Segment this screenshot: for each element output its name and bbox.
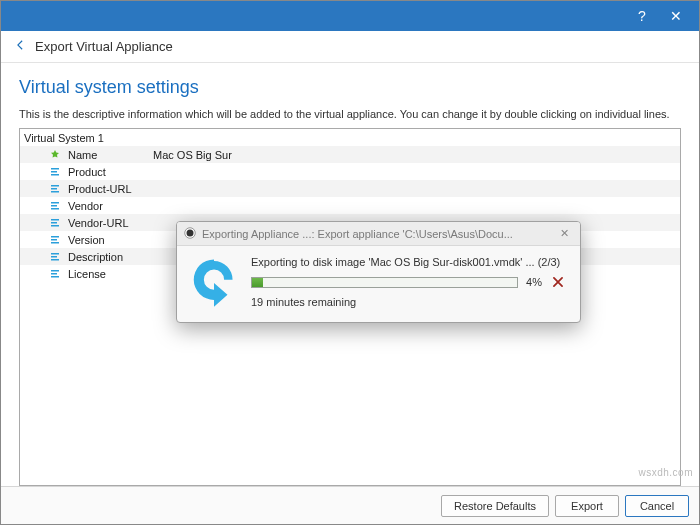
progress-bar	[251, 277, 518, 288]
row-value: Mac OS Big Sur	[153, 149, 232, 161]
table-row[interactable]: Product	[20, 163, 680, 180]
row-label: Description	[68, 251, 153, 263]
row-label: Product	[68, 166, 153, 178]
restore-defaults-button[interactable]: Restore Defaults	[441, 495, 549, 517]
section-description: This is the descriptive information whic…	[19, 108, 681, 120]
system-group-label: Virtual System 1	[24, 132, 104, 144]
button-bar: Restore Defaults Export Cancel	[1, 486, 699, 524]
text-icon	[48, 250, 62, 264]
name-icon	[48, 148, 62, 162]
text-icon	[48, 233, 62, 247]
export-arrow-icon	[187, 256, 241, 310]
window-titlebar: ? ✕	[1, 1, 699, 31]
text-icon	[48, 267, 62, 281]
row-label: License	[68, 268, 153, 280]
row-label: Product-URL	[68, 183, 153, 195]
cancel-button[interactable]: Cancel	[625, 495, 689, 517]
progress-percent: 4%	[526, 276, 542, 288]
close-button[interactable]: ✕	[659, 1, 693, 31]
dialog-close-button[interactable]: ✕	[554, 224, 574, 244]
cancel-icon[interactable]	[550, 274, 566, 290]
help-button[interactable]: ?	[625, 1, 659, 31]
export-button[interactable]: Export	[555, 495, 619, 517]
export-wizard-window: ? ✕ Export Virtual Appliance Virtual sys…	[0, 0, 700, 525]
progress-dialog: Exporting Appliance ...: Export applianc…	[176, 221, 581, 323]
table-row[interactable]: Vendor	[20, 197, 680, 214]
table-row[interactable]: Name Mac OS Big Sur	[20, 146, 680, 163]
row-label: Version	[68, 234, 153, 246]
dialog-titlebar: Exporting Appliance ...: Export applianc…	[177, 222, 580, 246]
row-label: Name	[68, 149, 153, 161]
text-icon	[48, 216, 62, 230]
progress-fill	[252, 278, 263, 287]
dialog-title: Exporting Appliance ...: Export applianc…	[202, 228, 513, 240]
system-group-row[interactable]: Virtual System 1	[20, 129, 680, 146]
time-remaining: 19 minutes remaining	[251, 296, 566, 308]
row-label: Vendor	[68, 200, 153, 212]
row-label: Vendor-URL	[68, 217, 153, 229]
wizard-title: Export Virtual Appliance	[35, 39, 173, 54]
dialog-task-text: Exporting to disk image 'Mac OS Big Sur-…	[251, 256, 566, 268]
wizard-header: Export Virtual Appliance	[1, 31, 699, 63]
app-icon	[183, 226, 197, 242]
text-icon	[48, 182, 62, 196]
section-heading: Virtual system settings	[19, 77, 681, 98]
dialog-body: Exporting to disk image 'Mac OS Big Sur-…	[177, 246, 580, 322]
text-icon	[48, 199, 62, 213]
text-icon	[48, 165, 62, 179]
back-arrow-icon[interactable]	[13, 38, 27, 55]
table-row[interactable]: Product-URL	[20, 180, 680, 197]
watermark: wsxdh.com	[638, 467, 693, 478]
